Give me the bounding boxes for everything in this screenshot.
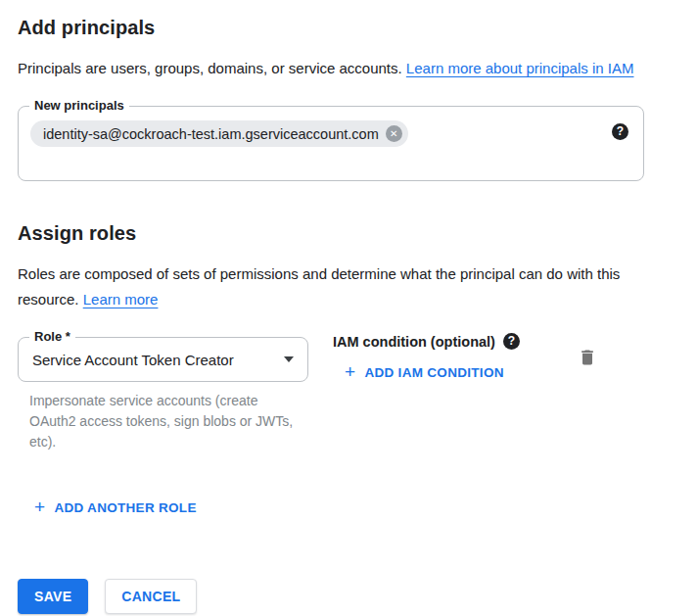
role-select-value: Service Account Token Creator [19,352,284,368]
new-principals-label: New principals [29,98,129,114]
add-principals-title: Add principals [18,16,698,39]
delete-role-column [578,337,660,371]
footer-actions: SAVE CANCEL [18,579,698,614]
add-principals-description-text: Principals are users, groups, domains, o… [18,60,402,76]
principal-chip: identity-sa@cockroach-test.iam.gservicea… [30,120,408,147]
principal-chip-label: identity-sa@cockroach-test.iam.gservicea… [43,126,379,142]
add-iam-condition-button[interactable]: + ADD IAM CONDITION [345,363,504,381]
assign-roles-title: Assign roles [18,221,698,245]
plus-icon: + [34,498,45,516]
cancel-button[interactable]: CANCEL [105,579,197,614]
add-another-role-button[interactable]: + ADD ANOTHER ROLE [34,498,197,516]
save-button[interactable]: SAVE [18,579,88,614]
iam-condition-column: IAM condition (optional) ? + ADD IAM CON… [333,337,578,382]
chevron-down-icon [284,356,294,362]
chip-remove-icon[interactable]: ✕ [386,125,402,142]
delete-role-button[interactable] [578,348,597,367]
learn-more-roles-link[interactable]: Learn more [83,291,159,308]
plus-icon: + [345,363,355,381]
role-select[interactable]: Role * Service Account Token Creator [18,337,308,382]
iam-condition-label: IAM condition (optional) [333,334,495,350]
add-another-role-label: ADD ANOTHER ROLE [54,500,196,515]
assign-roles-description: Roles are composed of sets of permission… [18,261,654,312]
role-column: Role * Service Account Token Creator Imp… [18,337,308,452]
add-principals-panel: Add principals Principals are users, gro… [0,0,698,614]
learn-more-principals-link[interactable]: Learn more about principals in IAM [406,60,634,76]
role-helper-text: Impersonate service accounts (create OAu… [29,391,305,452]
role-row: Role * Service Account Token Creator Imp… [18,337,644,452]
principals-help-icon[interactable]: ? [612,123,628,140]
add-principals-description: Principals are users, groups, domains, o… [18,56,654,81]
iam-condition-help-icon[interactable]: ? [503,333,520,350]
add-iam-condition-label: ADD IAM CONDITION [364,365,503,380]
role-select-label: Role * [29,329,75,345]
new-principals-field[interactable]: New principals identity-sa@cockroach-tes… [18,106,644,181]
trash-icon [578,348,597,367]
